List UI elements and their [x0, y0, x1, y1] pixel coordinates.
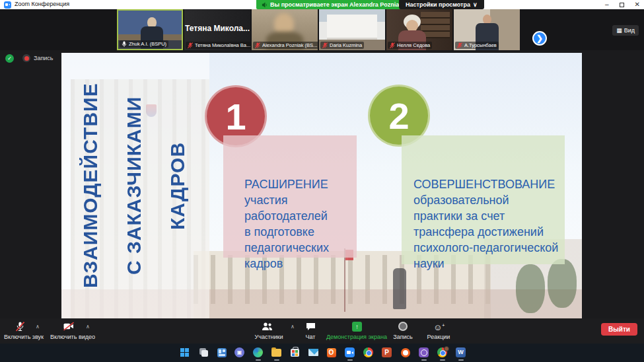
share-screen-button[interactable]: ↑	[352, 322, 362, 332]
viber-button[interactable]	[418, 347, 429, 358]
task-view-icon	[199, 348, 208, 357]
running-indicator	[347, 359, 353, 361]
mail-icon	[308, 349, 318, 356]
mic-on-icon	[122, 41, 127, 48]
participant-name: А.Турсынбаев	[464, 42, 497, 48]
video-options-chevron[interactable]: ∧	[86, 324, 90, 330]
mic-muted-icon	[255, 42, 260, 49]
mic-muted-icon	[188, 42, 193, 49]
start-video-label[interactable]: Включить видео	[48, 334, 98, 340]
office-icon: O	[327, 348, 336, 357]
participant-thumbnail[interactable]: Нелля Седова	[386, 9, 452, 50]
chevron-down-icon: ∨	[473, 1, 478, 8]
participant-thumbnail[interactable]: Zhuk A.I. (BSPU)	[117, 9, 183, 50]
running-indicator	[274, 359, 279, 361]
viber-icon	[419, 347, 429, 357]
participant-thumbnail[interactable]: Alexandra Pozniak (BS...	[252, 9, 318, 50]
slide-item-body: участия работодателей в подготовке педаг…	[244, 194, 329, 270]
participants-label[interactable]: Участники	[247, 334, 291, 340]
office-button[interactable]: O	[326, 347, 337, 358]
audio-options-chevron[interactable]: ∧	[36, 324, 40, 330]
unmute-button[interactable]	[16, 322, 24, 334]
mic-muted-icon	[390, 42, 395, 49]
participant-thumbnail[interactable]: А.Турсынбаев	[454, 9, 520, 50]
reactions-button[interactable]: ☺+	[433, 321, 445, 332]
running-indicator	[440, 359, 445, 361]
mic-muted-icon	[16, 322, 24, 332]
plus-icon: +	[442, 323, 445, 328]
up-arrow-icon: ↑	[355, 323, 359, 330]
ms-store-button[interactable]	[289, 347, 301, 358]
participant-name: Нелля Седова	[397, 42, 430, 48]
zoom-meeting-window: Zoom Конференция Вы просматриваете экран…	[0, 0, 644, 362]
meeting-toolbar: ∧ Включить звук ∧ Включить видео 327 ∧ У…	[0, 318, 644, 344]
window-title: Zoom Конференция	[15, 1, 69, 7]
minimize-button[interactable]: –	[605, 0, 609, 9]
chrome-profile-button[interactable]	[437, 347, 448, 358]
running-indicator	[458, 359, 464, 361]
chrome-icon	[437, 347, 447, 357]
participant-display-name: Тетяна Микола...	[184, 24, 250, 33]
participants-button[interactable]	[262, 322, 273, 334]
chat-button[interactable]	[306, 322, 316, 334]
record-label[interactable]: Запись	[388, 334, 417, 340]
folder-icon	[271, 349, 281, 357]
participant-name: Тетяна Миколаївна Ва...	[195, 42, 250, 48]
participants-options-chevron[interactable]: ∧	[291, 324, 295, 330]
store-icon	[291, 349, 299, 357]
next-page-arrow-button[interactable]: ❯	[532, 31, 547, 46]
shared-screen-slide: ВЗАИМОДЕЙСТВИЕ С ЗАКАЗЧИКАМИ КАДРОВ 1 РА…	[61, 53, 582, 318]
recording-indicator: Запись	[22, 54, 54, 62]
windows-logo-icon	[180, 348, 190, 357]
orange-app-button[interactable]	[400, 347, 411, 358]
word-button[interactable]: W	[455, 347, 466, 358]
widgets-button[interactable]	[216, 347, 227, 358]
slide-text-panel-1: РАСШИРЕНИЕучастия работодателей в подгот…	[223, 135, 357, 258]
close-button[interactable]: ✕	[635, 0, 640, 9]
chat-label[interactable]: Чат	[296, 334, 325, 340]
record-icon	[398, 322, 408, 331]
powerpoint-icon: P	[382, 347, 392, 357]
chrome-button[interactable]	[363, 347, 374, 358]
widgets-icon	[217, 348, 227, 357]
edge-browser-button[interactable]	[252, 347, 264, 358]
windows-taskbar: ▣ O P W ∧ УКР 9:55 24.11.2021 ☾	[0, 344, 644, 362]
teams-chat-button[interactable]: ▣	[234, 347, 245, 358]
file-explorer-button[interactable]	[271, 347, 282, 358]
zoom-app-button[interactable]	[344, 347, 355, 358]
zoom-icon	[345, 347, 355, 357]
word-icon: W	[456, 347, 466, 357]
participant-thumbnail[interactable]: Daria Kuzmina	[319, 9, 385, 50]
task-view-button[interactable]	[198, 347, 209, 358]
reactions-label[interactable]: Реакции	[423, 334, 454, 340]
participant-thumbnail[interactable]: Тетяна Микола... Тетяна Миколаївна Ва...	[184, 9, 250, 50]
mic-muted-icon	[457, 42, 462, 49]
restore-button[interactable]	[620, 3, 624, 7]
zoom-app-icon	[4, 1, 11, 9]
running-indicator	[256, 359, 261, 361]
slide-item-title: СОВЕРШЕНСТВОВАНИЕ	[413, 176, 561, 192]
teams-chat-icon: ▣	[234, 347, 244, 357]
participants-icon	[262, 322, 273, 331]
slide-text-panel-2: СОВЕРШЕНСТВОВАНИЕобразовательной практик…	[402, 135, 565, 264]
grid-icon: ▦	[616, 27, 622, 34]
profile-avatar	[444, 346, 449, 351]
smiley-icon: ☺	[433, 322, 442, 332]
window-controls: – ✕	[605, 0, 640, 9]
view-settings-dropdown[interactable]: Настройки просмотра ∨	[399, 0, 484, 9]
slide-item-title: РАСШИРЕНИЕ	[244, 176, 350, 192]
record-button[interactable]	[398, 322, 408, 331]
powerpoint-button[interactable]: P	[381, 347, 392, 358]
recording-dot-icon[interactable]	[22, 54, 30, 62]
next-arrow-icon: ❯	[536, 34, 543, 43]
view-button[interactable]: ▦ Вид	[612, 25, 639, 36]
camera-muted-icon	[63, 322, 74, 331]
security-shield-icon[interactable]: ✓	[5, 54, 14, 63]
start-button[interactable]	[179, 347, 190, 358]
leave-meeting-button[interactable]: Выйти	[601, 323, 637, 336]
start-video-button[interactable]	[63, 322, 74, 334]
share-screen-label[interactable]: Демонстрация экрана	[324, 334, 390, 340]
running-indicator	[421, 359, 427, 361]
unmute-label[interactable]: Включить звук	[1, 334, 46, 340]
mail-button[interactable]	[308, 347, 319, 358]
